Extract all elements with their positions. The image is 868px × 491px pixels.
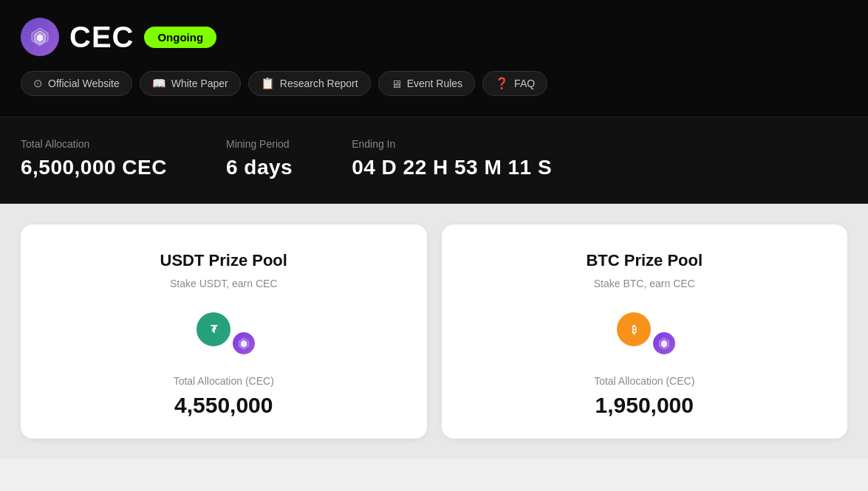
official-website-label: Official Website — [48, 78, 120, 89]
faq-icon: ❓ — [495, 77, 509, 90]
svg-text:₮: ₮ — [210, 323, 217, 335]
mining-period-label: Mining Period — [226, 138, 293, 150]
nav-white-paper[interactable]: 📖 White Paper — [140, 71, 241, 96]
btc-cec-badge — [652, 331, 677, 356]
nav-research-report[interactable]: 📋 Research Report — [248, 71, 371, 96]
btc-card-subtitle: Stake BTC, earn CEC — [594, 278, 695, 289]
brand-row: CEC Ongoing — [21, 18, 847, 56]
event-rules-icon: 🖥 — [391, 78, 402, 90]
header: CEC Ongoing ⊙ Official Website 📖 White P… — [0, 0, 868, 117]
usdt-coin-pair: ₮ — [194, 310, 253, 354]
total-allocation-label: Total Allocation — [21, 138, 167, 150]
research-report-label: Research Report — [280, 78, 358, 89]
white-paper-icon: 📖 — [152, 77, 166, 90]
nav-event-rules[interactable]: 🖥 Event Rules — [378, 71, 475, 96]
btc-allocation-value: 1,950,000 — [595, 393, 694, 418]
research-report-icon: 📋 — [261, 77, 275, 90]
nav-faq[interactable]: ❓ FAQ — [482, 71, 547, 96]
btc-allocation-label: Total Allocation (CEC) — [594, 375, 694, 387]
usdt-card-title: USDT Prize Pool — [160, 251, 287, 270]
brand-name: CEC — [69, 21, 134, 54]
status-badge: Ongoing — [144, 27, 216, 48]
btc-prize-card: BTC Prize Pool Stake BTC, earn CEC ₿ Tot… — [442, 224, 848, 439]
usdt-allocation-label: Total Allocation (CEC) — [174, 375, 274, 387]
usdt-coin-icon: ₮ — [194, 310, 233, 348]
nav-official-website[interactable]: ⊙ Official Website — [21, 71, 132, 96]
btc-coin-pair: ₿ — [615, 310, 674, 354]
usdt-prize-card: USDT Prize Pool Stake USDT, earn CEC ₮ T… — [21, 224, 427, 439]
faq-label: FAQ — [514, 78, 535, 89]
white-paper-label: White Paper — [171, 78, 228, 89]
usdt-card-subtitle: Stake USDT, earn CEC — [170, 278, 278, 289]
usdt-allocation-value: 4,550,000 — [174, 393, 273, 418]
btc-card-title: BTC Prize Pool — [586, 251, 703, 270]
cards-section: USDT Prize Pool Stake USDT, earn CEC ₮ T… — [0, 204, 868, 459]
event-rules-label: Event Rules — [407, 78, 462, 89]
usdt-cec-badge — [231, 331, 256, 356]
stats-section: Total Allocation 6,500,000 CEC Mining Pe… — [0, 117, 868, 204]
svg-text:₿: ₿ — [632, 324, 637, 335]
mining-period-value: 6 days — [226, 156, 293, 179]
btc-coin-icon: ₿ — [615, 310, 653, 348]
ending-in-stat: Ending In 04 D 22 H 53 M 11 S — [352, 138, 552, 179]
nav-links: ⊙ Official Website 📖 White Paper 📋 Resea… — [21, 71, 847, 96]
ending-in-value: 04 D 22 H 53 M 11 S — [352, 156, 552, 179]
total-allocation-value: 6,500,000 CEC — [21, 156, 167, 179]
total-allocation-stat: Total Allocation 6,500,000 CEC — [21, 138, 167, 179]
mining-period-stat: Mining Period 6 days — [226, 138, 293, 179]
ending-in-label: Ending In — [352, 138, 552, 150]
official-website-icon: ⊙ — [33, 77, 43, 90]
cec-logo — [21, 18, 59, 56]
